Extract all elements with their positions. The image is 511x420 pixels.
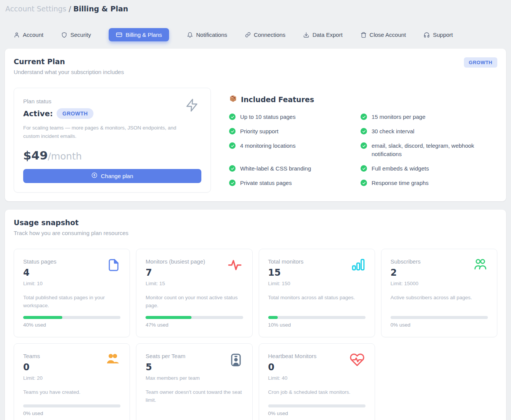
metric-limit: Limit: 40 [268, 375, 365, 381]
included-features: Included Features Up to 10 status pages … [229, 88, 497, 193]
plan-status-box: Plan status Active: GROWTH For scaling t… [14, 88, 211, 193]
feature-private-status-pages: Private status pages [229, 179, 343, 187]
metric-description: Monitor count on your most active status… [146, 294, 243, 310]
heart-pulse-icon [349, 352, 365, 369]
bar-chart-icon [351, 257, 365, 273]
check-icon [361, 114, 367, 120]
change-plan-button[interactable]: Change plan [23, 169, 201, 183]
metric-limit: Limit: 10 [23, 281, 120, 286]
package-icon [229, 95, 237, 104]
progress-bar [23, 316, 120, 319]
check-icon [361, 128, 367, 134]
feature-full-embeds-widgets: Full embeds & widgets [361, 164, 475, 173]
usage-card-seats-per-team: Seats per Team 5 Max members per team Te… [136, 343, 252, 420]
percent-used-label: 47% used [146, 322, 243, 328]
usage-snapshot-card: Usage snapshot Track how you are consumi… [5, 210, 506, 420]
file-icon [107, 257, 120, 274]
progress-fill [146, 316, 191, 319]
shield-icon [61, 32, 67, 38]
trash-icon [361, 32, 367, 38]
usage-card-subscribers: Subscribers 2 Limit: 15000 Active subscr… [381, 249, 497, 337]
user-icon [14, 32, 20, 38]
metric-limit: Limit: 150 [268, 281, 365, 286]
check-icon [361, 165, 367, 172]
contact-badge-icon [229, 352, 243, 369]
tab-connections[interactable]: Connections [245, 32, 285, 38]
tab-data-export[interactable]: Data Export [303, 32, 342, 38]
check-icon [229, 165, 236, 172]
tab-support[interactable]: Support [424, 32, 453, 38]
usage-card-teams: Teams 0 Limit: 20 Teams you have created… [14, 343, 130, 420]
progress-bar [268, 404, 365, 407]
progress-fill [23, 316, 62, 319]
tab-billing-plans[interactable]: Billing & Plans [109, 28, 169, 41]
feature-15-monitors-per-page: 15 monitors per page [361, 113, 475, 121]
download-icon [303, 32, 309, 38]
progress-bar [23, 404, 120, 407]
check-icon [361, 142, 367, 149]
current-plan-title: Current Plan [14, 57, 124, 66]
billing-page: Account Settings/Billing & Plan Account … [0, 0, 511, 420]
progress-bar [391, 316, 488, 319]
activity-icon [226, 257, 243, 274]
check-icon [229, 114, 236, 120]
arrow-up-circle-icon [91, 172, 98, 180]
metric-description: Team owner doesn't count toward the seat… [146, 388, 243, 404]
tab-account[interactable]: Account [14, 32, 43, 38]
usage-card-status-pages: Status pages 4 Limit: 10 Total published… [14, 249, 130, 337]
feature-4-monitoring-locations: 4 monitoring locations [229, 142, 343, 158]
users-outline-icon [473, 257, 488, 273]
tab-close-account[interactable]: Close Account [361, 32, 406, 38]
plan-state-badge: GROWTH [57, 108, 93, 119]
percent-used-label: 40% used [23, 322, 120, 328]
settings-tabs: Account Security Billing & Plans Notific… [5, 28, 506, 41]
percent-used-label: 0% used [268, 411, 365, 416]
usage-subtitle: Track how you are consuming plan resourc… [14, 230, 497, 236]
current-plan-card: Current Plan Understand what your subscr… [5, 49, 506, 201]
metric-usage: 10% used [268, 310, 365, 328]
tab-notifications[interactable]: Notifications [187, 32, 227, 38]
metric-limit: Limit: 20 [23, 375, 120, 381]
breadcrumb: Account Settings/Billing & Plan [5, 5, 506, 13]
plan-price: $49 [23, 148, 48, 162]
features-title: Included Features [241, 95, 314, 104]
percent-used-label: 0% used [23, 411, 120, 416]
metric-usage: 47% used [146, 310, 243, 328]
plan-description: For scaling teams — more pages & monitor… [23, 124, 183, 141]
feature-30-check-interval: 30 check interval [361, 127, 475, 136]
metric-limit: Max members per team [146, 375, 243, 381]
check-icon [229, 142, 236, 149]
link-icon [245, 32, 251, 38]
metric-limit: Limit: 15 [146, 281, 243, 286]
check-icon [361, 180, 367, 186]
breadcrumb-separator: / [69, 5, 71, 13]
metric-description: Total published status pages in your wor… [23, 294, 120, 310]
metric-description: Active subscribers across all pages. [391, 294, 488, 302]
plan-price-row: $49 /month [23, 148, 201, 162]
feature-email-slack-discord-telegram-webhook-not: email, slack, discord, telegram, webhook… [361, 142, 475, 158]
credit-card-icon [116, 32, 122, 38]
bell-icon [187, 32, 193, 38]
percent-used-label: 0% used [391, 322, 488, 328]
metric-limit: Limit: 15000 [391, 281, 488, 286]
usage-title: Usage snapshot [14, 218, 497, 227]
metric-usage: 0% used [268, 398, 365, 416]
plan-period: /month [48, 151, 82, 162]
feature-response-time-graphs: Response time graphs [361, 179, 475, 187]
metric-description: Teams you have created. [23, 388, 120, 396]
check-icon [229, 180, 236, 186]
usage-card-total-monitors: Total monitors 15 Limit: 150 Total monit… [259, 249, 375, 337]
metric-label: Status pages [23, 258, 120, 265]
current-plan-subtitle: Understand what your subscription includ… [14, 69, 124, 75]
users-filled-icon [105, 352, 120, 367]
progress-fill [268, 316, 278, 319]
metric-usage: 40% used [23, 310, 120, 328]
percent-used-label: 10% used [268, 322, 365, 328]
breadcrumb-section[interactable]: Account Settings [5, 5, 66, 13]
check-icon [229, 128, 236, 134]
change-plan-label: Change plan [101, 173, 133, 179]
progress-bar [268, 316, 365, 319]
tab-security[interactable]: Security [61, 32, 91, 38]
plan-badge: GROWTH [464, 57, 497, 68]
feature-white-label-css-branding: White-label & CSS branding [229, 164, 343, 173]
